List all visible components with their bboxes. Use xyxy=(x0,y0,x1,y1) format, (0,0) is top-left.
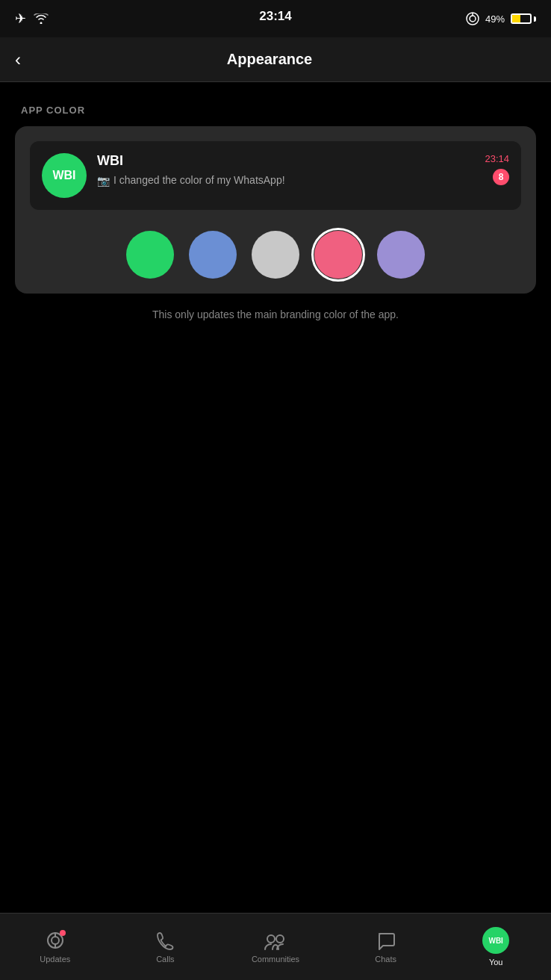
status-bar: ✈ 23:14 49% xyxy=(0,0,551,37)
chat-name: WBI xyxy=(97,153,509,169)
page-title: Appearance xyxy=(33,51,506,68)
back-button[interactable]: ‹ xyxy=(15,49,21,70)
chat-preview: WBI WBI 📷 I changed the color of my What… xyxy=(30,141,521,210)
nav-label-chats: Chats xyxy=(375,955,396,964)
chat-time: 23:14 xyxy=(485,153,509,164)
main-content: APP COLOR WBI WBI 📷 I changed the color … xyxy=(0,82,551,345)
nav-label-communities: Communities xyxy=(252,955,299,964)
notification-dot xyxy=(60,930,66,936)
nav-item-you[interactable]: WBI You xyxy=(441,919,551,974)
svg-point-1 xyxy=(470,16,476,22)
color-option-pink[interactable] xyxy=(314,231,362,279)
chat-info: WBI 📷 I changed the color of my WhatsApp… xyxy=(97,153,509,189)
color-picker-card: WBI WBI 📷 I changed the color of my What… xyxy=(15,126,536,294)
nav-item-communities[interactable]: Communities xyxy=(220,922,331,971)
status-time: 23:14 xyxy=(259,9,291,24)
section-label-app-color: APP COLOR xyxy=(15,105,536,116)
you-avatar: WBI xyxy=(482,927,509,954)
svg-point-4 xyxy=(52,937,59,944)
status-left-icons: ✈ xyxy=(15,10,49,27)
nav-item-calls[interactable]: Calls xyxy=(110,922,221,971)
color-option-gray[interactable] xyxy=(252,231,299,279)
color-option-purple[interactable] xyxy=(377,231,425,279)
nav-label-calls: Calls xyxy=(156,955,174,964)
chat-meta: 23:14 8 xyxy=(485,153,509,185)
svg-point-7 xyxy=(267,935,275,943)
battery-icon xyxy=(511,13,536,24)
hint-text: This only updates the main branding colo… xyxy=(15,307,536,323)
nav-label-updates: Updates xyxy=(40,955,70,964)
nav-label-you: You xyxy=(489,958,503,967)
svg-point-8 xyxy=(276,935,284,943)
circle-icon xyxy=(466,12,479,25)
color-option-green[interactable] xyxy=(126,231,174,279)
calls-icon xyxy=(155,930,175,951)
nav-item-updates[interactable]: Updates xyxy=(0,922,110,971)
chats-icon xyxy=(376,930,396,951)
header: ‹ Appearance xyxy=(0,37,551,82)
avatar: WBI xyxy=(42,153,87,198)
bottom-nav: Updates Calls Communities xyxy=(0,913,551,980)
wifi-icon xyxy=(34,13,49,24)
battery-percentage: 49% xyxy=(485,13,505,25)
nav-item-chats[interactable]: Chats xyxy=(331,922,441,971)
unread-badge: 8 xyxy=(493,169,509,185)
color-option-blue[interactable] xyxy=(189,231,237,279)
camera-icon: 📷 xyxy=(97,174,110,189)
communities-icon xyxy=(262,930,289,951)
airplane-icon: ✈ xyxy=(15,10,26,27)
chat-message: 📷 I changed the color of my WhatsApp! xyxy=(97,173,509,189)
color-options xyxy=(30,231,521,279)
status-right-icons: 49% xyxy=(466,12,536,25)
updates-icon xyxy=(45,930,66,951)
